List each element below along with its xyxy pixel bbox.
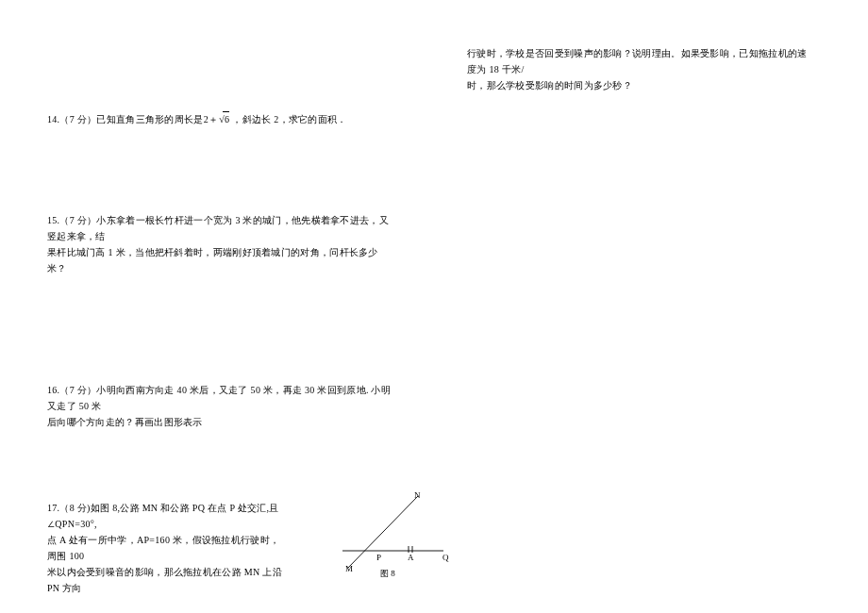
q14-expr-base: 2＋: [204, 114, 219, 124]
q17-line1: 17.（8 分)如图 8,公路 MN 和公路 PQ 在点 P 处交汇,且∠QPN…: [47, 500, 283, 532]
q17-line3: 米以内会受到噪音的影响，那么拖拉机在公路 MN 上沿 PN 方向: [47, 564, 283, 596]
q16-line2: 后向哪个方向走的？再画出图形表示: [47, 414, 396, 430]
label-m: M: [345, 564, 353, 573]
label-a: A: [408, 553, 414, 562]
label-q: Q: [442, 553, 449, 562]
q15-line1: 15.（7 分）小东拿着一根长竹杆进一个宽为 3 米的城门，他先横着拿不进去，又…: [47, 212, 396, 244]
question-16: 16.（7 分）小明向西南方向走 40 米后，又走了 50 米，再走 30 米回…: [47, 382, 396, 430]
question-17-continued: 行驶时，学校是否回受到噪声的影响？说明理由。如果受影响，已知拖拉机的速度为 18…: [467, 45, 816, 93]
label-p: P: [376, 553, 381, 562]
q15-line2: 果杆比城门高 1 米，当他把杆斜着时，两端刚好顶着城门的对角，问杆长多少米？: [47, 244, 396, 276]
question-15: 15.（7 分）小东拿着一根长竹杆进一个宽为 3 米的城门，他先横着拿不进去，又…: [47, 212, 396, 276]
label-n: N: [414, 490, 421, 500]
q14-prefix: 14.（7 分）已知直角三角形的周长是: [47, 114, 204, 124]
sqrt-bar: [223, 111, 229, 112]
question-14: 14.（7 分）已知直角三角形的周长是2＋√6 ，斜边长 2，求它的面积．: [47, 111, 347, 127]
q17-cont-line1: 行驶时，学校是否回受到噪声的影响？说明理由。如果受影响，已知拖拉机的速度为 18…: [467, 45, 816, 77]
question-17: 17.（8 分)如图 8,公路 MN 和公路 PQ 在点 P 处交汇,且∠QPN…: [47, 500, 283, 596]
q14-radicand: 6: [225, 114, 229, 124]
figure-8-diagram: N Q A P M 图 8: [335, 490, 448, 585]
q17-line2: 点 A 处有一所中学，AP=160 米，假设拖拉机行驶时，周围 100: [47, 532, 283, 564]
q16-line1: 16.（7 分）小明向西南方向走 40 米后，又走了 50 米，再走 30 米回…: [47, 382, 396, 414]
q14-suffix: ，斜边长 2，求它的面积．: [229, 114, 346, 124]
sqrt-expression: √6: [219, 111, 229, 127]
figure-caption: 图 8: [380, 568, 395, 580]
q17-cont-line2: 时，那么学校受影响的时间为多少秒？: [467, 77, 816, 93]
